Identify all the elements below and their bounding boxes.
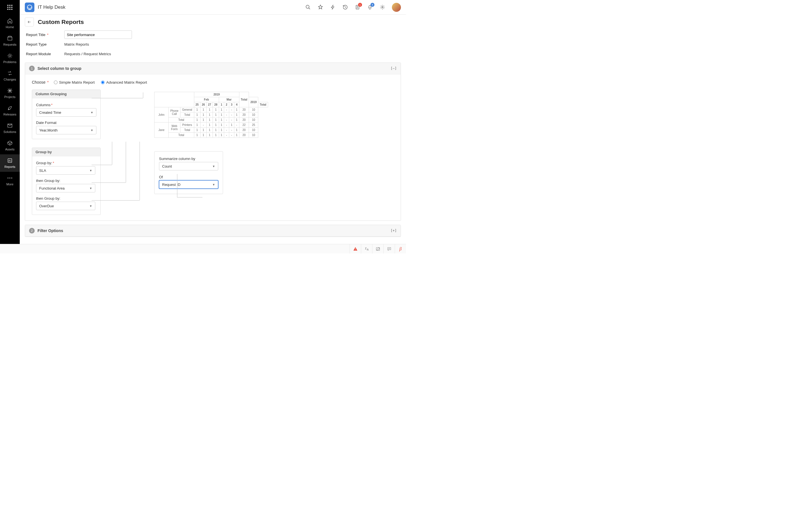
report-title-input[interactable]: [64, 31, 132, 39]
summarize-card: Summarize column by Count▼ Of Request ID…: [154, 151, 223, 194]
solutions-icon: [7, 123, 13, 128]
nav-label: Home: [6, 25, 14, 29]
date-format-label: Date Format: [36, 121, 96, 125]
problems-icon: [7, 53, 13, 59]
status-alert-button[interactable]: [350, 244, 361, 253]
nav-label: Releases: [3, 113, 16, 116]
history-button[interactable]: [342, 4, 348, 10]
chevron-down-icon: ▼: [89, 169, 92, 172]
svg-point-3: [9, 177, 10, 178]
nav-home[interactable]: Home: [0, 15, 20, 32]
report-type-value: Matrix Reports: [64, 42, 89, 47]
section-2-expand[interactable]: [+]: [391, 229, 397, 233]
assets-icon: [7, 140, 13, 146]
nav-label: Changes: [4, 78, 16, 81]
nav-label: Projects: [4, 95, 15, 99]
status-bar: β: [0, 244, 406, 253]
projects-icon: [7, 88, 13, 94]
report-title-label: Report Title *: [26, 33, 64, 37]
preview-table: 2019 Total Feb Mar 2019 25262728 1234 To…: [154, 92, 268, 138]
settings-button[interactable]: [379, 4, 385, 10]
topbar: IT Help Desk 1 8: [20, 0, 406, 15]
summarize-select[interactable]: Count▼: [159, 162, 218, 170]
back-button[interactable]: [25, 17, 34, 26]
nav-solutions[interactable]: Solutions: [0, 119, 20, 137]
radio-simple-matrix[interactable]: Simple Matrix Report: [54, 80, 95, 84]
main-content: Custom Reports Report Title * Report Typ…: [20, 15, 406, 244]
group-by-header: Group by: [32, 148, 100, 156]
section-2-title: Filter Options: [38, 228, 63, 233]
nav-releases[interactable]: Releases: [0, 102, 20, 119]
report-module-label: Report Module: [26, 52, 64, 56]
pin-button[interactable]: [317, 4, 323, 10]
chevron-down-icon: ▼: [89, 205, 92, 208]
svg-point-8: [382, 6, 383, 8]
apps-grid-icon: [7, 5, 12, 10]
step-badge-1: 1: [29, 66, 35, 71]
nav-changes[interactable]: Changes: [0, 67, 20, 84]
chevron-down-icon: ▼: [91, 129, 93, 132]
user-avatar[interactable]: [392, 3, 401, 12]
svg-point-0: [9, 55, 11, 57]
requests-icon: [7, 36, 13, 41]
changes-icon: [7, 70, 13, 76]
section-1-title: Select column to group: [38, 66, 82, 71]
svg-rect-10: [355, 250, 356, 250]
date-format-select[interactable]: Year,Month▼: [36, 126, 96, 134]
nav-label: More: [6, 182, 13, 186]
preview-area: 2019 Total Feb Mar 2019 25262728 1234 To…: [101, 90, 394, 194]
nav-label: Problems: [3, 60, 16, 64]
group-by-card: Group by Group by:* SLA▼ then Group by: …: [32, 148, 101, 215]
reports-icon: [7, 158, 13, 163]
group-by-3-select[interactable]: OverDue▼: [36, 202, 95, 210]
group-by-2-label: then Group by:: [36, 179, 96, 183]
status-chat-button[interactable]: [384, 244, 395, 253]
nav-requests[interactable]: Requests: [0, 32, 20, 50]
notifications-button[interactable]: 8: [367, 4, 373, 10]
column-grouping-card: Column Grouping Columns* Created Time▼ D…: [32, 90, 101, 139]
more-icon: [7, 175, 13, 181]
apps-menu-button[interactable]: [0, 0, 20, 15]
of-select[interactable]: Request ID▼: [159, 180, 218, 189]
group-by-3-label: then Group by:: [36, 196, 96, 201]
report-module-value: Requests / Request Metrics: [64, 52, 111, 56]
column-grouping-header: Column Grouping: [32, 90, 100, 98]
tasks-button[interactable]: 1: [355, 4, 360, 10]
nav-label: Reports: [4, 165, 15, 168]
nav-label: Assets: [5, 148, 14, 151]
nav-problems[interactable]: Problems: [0, 50, 20, 67]
app-logo: [25, 3, 35, 12]
summarize-label: Summarize column by: [159, 157, 218, 161]
chevron-down-icon: ▼: [212, 165, 215, 168]
search-button[interactable]: [305, 4, 311, 10]
group-by-1-label: Group by:*: [36, 161, 96, 165]
group-by-2-select[interactable]: Functional Area▼: [36, 184, 95, 192]
choose-label: Choose *: [32, 80, 49, 84]
chevron-down-icon: ▼: [89, 187, 92, 190]
quick-actions-button[interactable]: [330, 4, 336, 10]
status-notes-button[interactable]: [372, 244, 384, 253]
step-badge-2: 2: [29, 228, 35, 233]
nav-projects[interactable]: Projects: [0, 84, 20, 102]
section-select-column: 1 Select column to group [–] Choose * Si…: [25, 62, 401, 221]
svg-rect-9: [355, 248, 356, 249]
columns-select[interactable]: Created Time▼: [36, 108, 96, 117]
nav-label: Solutions: [3, 130, 16, 133]
notifications-badge: 8: [370, 3, 374, 7]
status-language-button[interactable]: [361, 244, 372, 253]
nav-more[interactable]: More: [0, 172, 20, 189]
status-beta-button[interactable]: β: [395, 244, 406, 253]
radio-advanced-matrix[interactable]: Advanced Matrix Report: [101, 80, 147, 84]
releases-icon: [7, 105, 13, 111]
nav-label: Requests: [3, 43, 16, 46]
chevron-down-icon: ▼: [91, 111, 93, 114]
nav-assets[interactable]: Assets: [0, 137, 20, 154]
group-by-1-select[interactable]: SLA▼: [36, 166, 95, 175]
tasks-badge: 1: [358, 3, 362, 7]
report-type-label: Report Type: [26, 42, 64, 47]
of-label: Of: [159, 175, 218, 179]
section-filter-options: 2 Filter Options [+]: [25, 225, 401, 237]
nav-reports[interactable]: Reports: [0, 154, 20, 172]
svg-point-6: [306, 5, 309, 8]
section-1-collapse[interactable]: [–]: [391, 66, 397, 70]
